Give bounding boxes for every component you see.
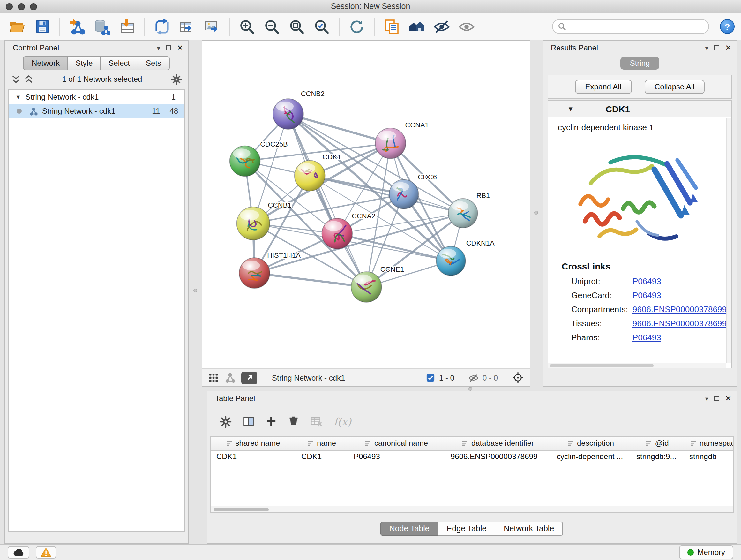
- detach-view-button[interactable]: [241, 371, 257, 384]
- home-button[interactable]: [406, 16, 428, 37]
- protein-section-header[interactable]: ▼ CDK1: [548, 101, 731, 118]
- search-field[interactable]: [552, 19, 709, 34]
- close-panel-icon[interactable]: ✕: [725, 44, 731, 52]
- network-node-ccna1[interactable]: CCNA1: [375, 121, 429, 159]
- zoom-out-button[interactable]: [261, 16, 283, 37]
- tab-node-table[interactable]: Node Table: [381, 522, 439, 536]
- save-session-button[interactable]: [31, 16, 53, 37]
- zoom-selected-button[interactable]: [311, 16, 333, 37]
- minimize-window-button[interactable]: [18, 3, 25, 10]
- column-header[interactable]: namespac: [684, 437, 734, 450]
- delete-table-button[interactable]: [310, 415, 323, 428]
- tab-network-table[interactable]: Network Table: [495, 522, 563, 536]
- delete-column-button[interactable]: [288, 416, 299, 427]
- column-header[interactable]: database identifier: [445, 437, 551, 450]
- hide-selected-button[interactable]: [431, 16, 453, 37]
- panel-menu-icon[interactable]: ▾: [705, 44, 709, 51]
- network-node-rb1[interactable]: RB1: [448, 192, 490, 228]
- network-node-ccnb2[interactable]: CCNB2: [273, 90, 325, 129]
- float-panel-icon[interactable]: [714, 396, 719, 401]
- show-columns-button[interactable]: [243, 415, 255, 428]
- table-cell[interactable]: cyclin-dependent ...: [551, 450, 630, 463]
- close-window-button[interactable]: [6, 3, 13, 10]
- network-row-selected[interactable]: String Network - cdk1 11 48: [9, 104, 185, 118]
- network-node-cdk1[interactable]: CDK1: [294, 153, 341, 191]
- selected-checkbox-icon[interactable]: [426, 373, 435, 382]
- network-canvas[interactable]: CCNB2CCNA1CDC25BCDK1CDC6RB1CCNB1CCNA2CDK…: [202, 41, 530, 368]
- column-header[interactable]: @id: [630, 437, 684, 450]
- table-cell[interactable]: 9606.ENSP00000378699: [445, 450, 551, 463]
- table-cell[interactable]: stringdb: [684, 450, 734, 463]
- panel-menu-icon[interactable]: ▾: [157, 44, 160, 51]
- import-network-from-file-button[interactable]: [66, 16, 88, 37]
- maximize-window-button[interactable]: [30, 3, 37, 10]
- import-table-from-file-button[interactable]: [116, 16, 138, 37]
- table-cell[interactable]: CDK1: [211, 450, 295, 463]
- export-table-button[interactable]: [176, 16, 198, 37]
- gear-icon[interactable]: [171, 74, 182, 84]
- network-edge[interactable]: [254, 273, 366, 287]
- float-panel-icon[interactable]: [166, 45, 171, 51]
- expand-all-icon[interactable]: [11, 75, 20, 84]
- network-node-hist1h1a[interactable]: HIST1H1A: [239, 251, 301, 288]
- table-cell[interactable]: P06493: [348, 450, 445, 463]
- column-header[interactable]: name: [295, 437, 348, 450]
- zoom-fit-button[interactable]: [286, 16, 308, 37]
- help-button[interactable]: ?: [720, 19, 735, 34]
- memory-button[interactable]: Memory: [679, 545, 733, 559]
- show-all-button[interactable]: [456, 16, 477, 37]
- string-tab[interactable]: String: [620, 57, 660, 70]
- network-edge[interactable]: [288, 114, 366, 287]
- tab-network[interactable]: Network: [23, 56, 68, 70]
- tab-style[interactable]: Style: [67, 56, 101, 70]
- crosslink-link[interactable]: P06493: [632, 333, 661, 342]
- table-cell[interactable]: stringdb:9...: [630, 450, 684, 463]
- search-input[interactable]: [570, 22, 703, 31]
- splitter-handle[interactable]: [468, 387, 472, 391]
- network-node-ccnb1[interactable]: CCNB1: [237, 201, 292, 240]
- scrollbar-thumb[interactable]: [214, 508, 269, 511]
- apply-layout-button[interactable]: [346, 16, 367, 37]
- function-builder-button[interactable]: f(x): [334, 415, 351, 428]
- close-panel-icon[interactable]: ✕: [177, 44, 183, 52]
- panel-menu-icon[interactable]: ▾: [705, 395, 709, 402]
- table-cell[interactable]: CDK1: [295, 450, 348, 463]
- crosslink-link[interactable]: 9606.ENSP00000378699: [632, 319, 727, 328]
- collapse-all-button[interactable]: Collapse All: [644, 80, 704, 94]
- splitter-handle[interactable]: [534, 211, 538, 214]
- network-collection-row[interactable]: ▼ String Network - cdk1 1: [9, 90, 185, 104]
- table-settings-button[interactable]: [219, 415, 232, 428]
- scrollbar-thumb[interactable]: [550, 364, 654, 367]
- splitter-handle[interactable]: [193, 289, 197, 293]
- collapse-section-icon[interactable]: ▼: [548, 105, 574, 112]
- crosslink-link[interactable]: P06493: [632, 291, 661, 300]
- crosslink-link[interactable]: 9606.ENSP00000378699: [632, 305, 727, 314]
- tab-sets[interactable]: Sets: [138, 56, 170, 70]
- copy-button[interactable]: [381, 16, 403, 37]
- network-node-cdkn1a[interactable]: CDKN1A: [436, 239, 495, 275]
- crosshair-icon[interactable]: [512, 372, 524, 384]
- expand-all-button[interactable]: Expand All: [575, 80, 631, 94]
- column-header[interactable]: shared name: [211, 437, 295, 450]
- cloud-status-button[interactable]: [8, 546, 29, 559]
- close-panel-icon[interactable]: ✕: [725, 394, 731, 403]
- column-header[interactable]: canonical name: [348, 437, 445, 450]
- horizontal-scrollbar[interactable]: [211, 506, 733, 512]
- zoom-in-button[interactable]: [236, 16, 258, 37]
- table-row[interactable]: CDK1 CDK1 P06493 9606.ENSP00000378699 cy…: [211, 450, 734, 463]
- crosslink-link[interactable]: P06493: [632, 276, 661, 286]
- warnings-button[interactable]: [36, 546, 56, 559]
- tab-edge-table[interactable]: Edge Table: [438, 522, 495, 536]
- horizontal-scrollbar[interactable]: [548, 363, 726, 368]
- vertical-scrollbar[interactable]: [726, 118, 731, 363]
- collapse-all-icon[interactable]: [24, 75, 33, 84]
- open-session-button[interactable]: [6, 16, 28, 37]
- network-node-cdc6[interactable]: CDC6: [389, 173, 437, 209]
- network-overview-icon[interactable]: [225, 372, 235, 383]
- import-network-from-database-button[interactable]: [91, 16, 113, 37]
- create-column-button[interactable]: [266, 416, 277, 427]
- new-network-from-selection-button[interactable]: [151, 16, 173, 37]
- column-header[interactable]: description: [551, 437, 630, 450]
- disclosure-triangle-icon[interactable]: ▼: [15, 94, 21, 100]
- export-image-button[interactable]: [201, 16, 223, 37]
